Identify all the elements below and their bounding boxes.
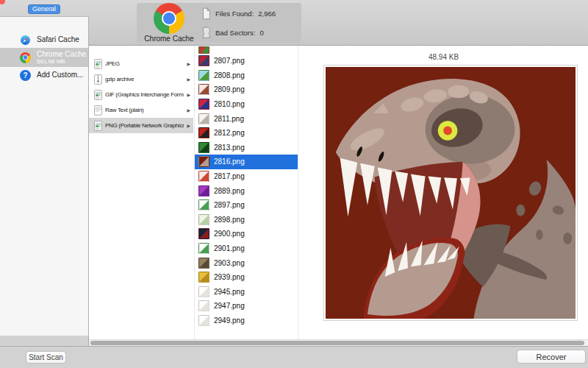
bad-sector-icon [201, 26, 211, 39]
file-name: 2808.png [214, 71, 245, 79]
sidebar-item-add-custom[interactable]: ? Add Custom... [0, 67, 88, 83]
recover-button[interactable]: Recover [517, 350, 586, 364]
document-icon [201, 7, 211, 20]
stat-value: 0 [259, 29, 263, 37]
stat-label: Files Found: [215, 10, 254, 18]
scan-stats: Files Found: 2,966 Bad Sectors: 0 [201, 6, 301, 40]
file-name: 2949.png [214, 316, 245, 325]
file-list-item-2807-png[interactable]: 2807.png [195, 54, 298, 68]
disclosure-arrow-icon: ▶ [187, 123, 190, 128]
file-type-item-png[interactable]: PNG (Portable Network Graphics) ▶ [89, 118, 193, 133]
file-list-item-2945-png[interactable]: 2945.png [195, 285, 298, 300]
file-list-item-2808-png[interactable]: 2808.png [195, 68, 298, 83]
file-thumbnail [198, 315, 209, 326]
file-name: 2813.png [214, 144, 245, 152]
file-name: 2901.png [214, 244, 245, 252]
bottom-bar [0, 346, 588, 368]
file-name: 2945.png [214, 288, 245, 296]
file-list-item-2939-png[interactable]: 2939.png [195, 270, 298, 285]
file-type-list: JPEG ▶ gzip archive ▶ GIF (Graphics Inte… [89, 56, 193, 133]
file-thumbnail [198, 258, 209, 269]
file-thumbnail [198, 243, 209, 254]
question-mark-icon: ? [20, 70, 31, 81]
file-name: 2809.png [214, 85, 245, 93]
file-thumbnail [198, 127, 209, 138]
file-list-item-2898-png[interactable]: 2898.png [195, 213, 298, 227]
sidebar-item-label: Add Custom... [37, 71, 83, 79]
file-name: 2900.png [214, 230, 245, 238]
file-thumbnail [198, 99, 209, 110]
file-name: 2889.png [214, 187, 245, 195]
file-thumbnail [198, 185, 209, 197]
chrome-icon [154, 3, 184, 34]
scrollbar-thumb[interactable] [90, 341, 584, 345]
file-list-item-2811-png[interactable]: 2811.png [195, 111, 298, 126]
file-name: 2807.png [214, 57, 245, 65]
file-type-label: JPEG [105, 60, 184, 67]
file-name: 2812.png [214, 129, 245, 137]
file-list-item-2900-png[interactable]: 2900.png [195, 227, 298, 241]
text-file-icon [94, 105, 102, 116]
file-thumbnail [198, 156, 209, 167]
file-thumbnail [198, 142, 209, 153]
file-thumbnail [198, 300, 209, 311]
scan-source: Chrome Cache [137, 3, 201, 43]
disclosure-arrow-icon: ▶ [187, 61, 190, 66]
file-list-item-2901-png[interactable]: 2901.png [195, 241, 298, 256]
file-list-item-2812-png[interactable]: 2812.png [195, 126, 298, 141]
file-type-item-gzip[interactable]: gzip archive ▶ [89, 71, 193, 87]
file-name: 2947.png [214, 302, 245, 310]
file-thumbnail [198, 84, 209, 95]
archive-file-icon [94, 74, 102, 85]
preview-pane: 48.94 KB [299, 46, 588, 339]
file-thumbnail [198, 113, 209, 124]
file-type-label: Raw Text (plain) [105, 107, 184, 113]
sidebar-footer [0, 336, 89, 346]
file-list-item-2817-png[interactable]: 2817.png [195, 169, 298, 184]
image-file-icon [94, 121, 102, 131]
tab-general[interactable]: General [28, 4, 60, 14]
safari-icon [20, 35, 31, 46]
file-name: 2817.png [214, 172, 245, 180]
file-list-item-2810-png[interactable]: 2810.png [195, 97, 298, 112]
file-list-item-partial[interactable] [195, 46, 298, 54]
image-file-icon [94, 90, 102, 100]
file-thumbnail [198, 55, 209, 66]
chrome-icon [20, 52, 31, 63]
sidebar-item-safari-cache[interactable]: Safari Cache [0, 32, 88, 48]
file-list-item-2816-png[interactable]: 2816.png [195, 155, 298, 169]
image-file-icon [94, 59, 102, 69]
file-type-item-gif[interactable]: GIF (Graphics Interchange Format) ▶ [89, 87, 193, 102]
file-type-item-jpeg[interactable]: JPEG ▶ [89, 56, 193, 71]
disclosure-arrow-icon: ▶ [187, 77, 190, 82]
app-window: Chrome Cache Files Found: 2,966 Bad Sect… [0, 0, 588, 368]
file-type-item-raw[interactable]: Raw Text (plain) ▶ [89, 102, 193, 118]
file-name: 2816.png [214, 158, 245, 166]
sidebar-item-chrome-cache[interactable]: Chrome Cache 561.98 MB [0, 48, 88, 67]
file-list-item-2949-png[interactable]: 2949.png [195, 314, 298, 328]
trex-artwork [326, 67, 576, 319]
file-thumbnail [198, 214, 209, 225]
file-thumbnail [198, 286, 209, 297]
file-list-item-2947-png[interactable]: 2947.png [195, 299, 298, 314]
file-list-item-2889-png[interactable]: 2889.png [195, 183, 298, 198]
sidebar: Safari Cache Chrome Cache 561.98 MB ? Ad… [0, 16, 89, 336]
file-list-item-2897-png[interactable]: 2897.png [195, 198, 298, 213]
horizontal-scrollbar[interactable] [89, 339, 588, 346]
file-list-item-2903-png[interactable]: 2903.png [195, 255, 298, 270]
file-list-item-2809-png[interactable]: 2809.png [195, 82, 298, 97]
start-scan-button[interactable]: Start Scan [26, 351, 66, 364]
sidebar-item-label: Chrome Cache [37, 50, 86, 59]
file-name: 2811.png [214, 115, 244, 123]
sidebar-item-size: 561.98 MB [37, 58, 86, 65]
file-name: 2897.png [214, 201, 245, 209]
file-thumbnail [198, 272, 209, 283]
file-thumbnail [198, 228, 209, 239]
file-size-label: 48.94 KB [299, 53, 588, 61]
file-thumbnail [198, 199, 209, 210]
stat-value: 2,966 [258, 10, 276, 18]
disclosure-arrow-icon: ▶ [187, 107, 190, 113]
file-name: 2810.png [214, 100, 245, 108]
scan-summary-panel: Chrome Cache Files Found: 2,966 Bad Sect… [137, 3, 301, 43]
file-list-item-2813-png[interactable]: 2813.png [195, 141, 298, 155]
